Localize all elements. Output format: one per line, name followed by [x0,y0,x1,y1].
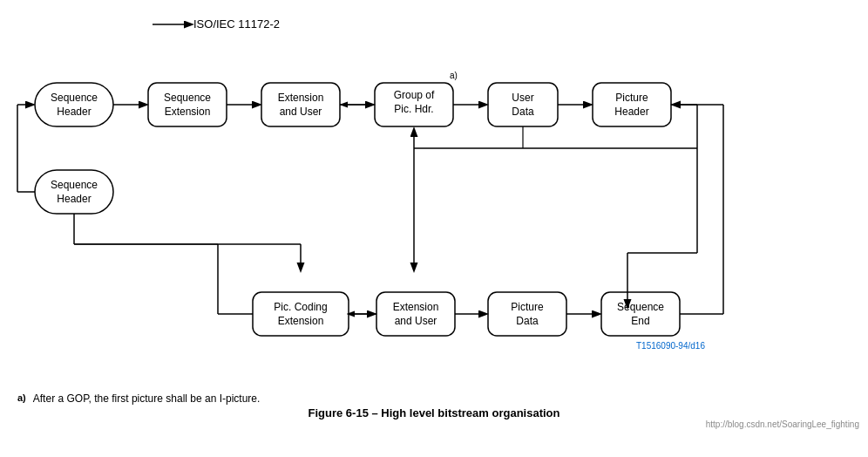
svg-text:Sequence: Sequence [164,92,211,104]
svg-text:Group of: Group of [394,89,435,101]
svg-text:Sequence: Sequence [617,301,664,313]
svg-rect-49 [376,292,455,336]
svg-text:Sequence: Sequence [51,92,98,104]
svg-rect-9 [261,83,340,126]
svg-rect-54 [488,292,566,336]
svg-rect-18 [488,83,558,126]
diagram-container: ISO/IEC 11172-2 Sequence Header Sequence… [0,0,868,401]
footnote: a) After a GOP, the first picture shall … [17,392,260,405]
svg-text:Header: Header [57,106,91,118]
svg-rect-5 [148,83,227,126]
footnote-text: After a GOP, the first picture shall be … [33,392,261,405]
svg-text:User: User [512,92,533,104]
svg-rect-31 [35,170,113,214]
watermark: http://blog.csdn.net/SoaringLee_fighting [706,419,859,429]
svg-text:and User: and User [280,106,322,118]
svg-rect-58 [601,292,680,336]
svg-text:and User: and User [395,315,437,327]
svg-text:a): a) [450,71,458,80]
t-label: T1516090-94/d16 [636,341,705,351]
svg-text:Picture: Picture [511,301,544,313]
svg-rect-22 [593,83,671,126]
svg-text:Extension: Extension [165,106,211,118]
diagram-svg: ISO/IEC 11172-2 Sequence Header Sequence… [0,0,868,401]
footnote-marker: a) [17,392,26,403]
svg-text:Header: Header [614,106,648,118]
svg-text:Header: Header [57,193,91,205]
svg-text:Extension: Extension [278,315,324,327]
svg-rect-45 [253,292,349,336]
svg-text:Pic. Coding: Pic. Coding [274,301,327,313]
svg-text:Extension: Extension [278,92,324,104]
iso-title: ISO/IEC 11172-2 [193,17,280,31]
svg-rect-1 [35,83,113,126]
svg-text:Picture: Picture [615,92,648,104]
svg-text:Data: Data [516,315,539,327]
svg-text:Sequence: Sequence [51,179,98,191]
svg-text:Data: Data [512,106,534,118]
svg-text:Extension: Extension [393,301,439,313]
svg-text:End: End [631,315,649,327]
svg-text:Pic. Hdr.: Pic. Hdr. [394,103,433,115]
